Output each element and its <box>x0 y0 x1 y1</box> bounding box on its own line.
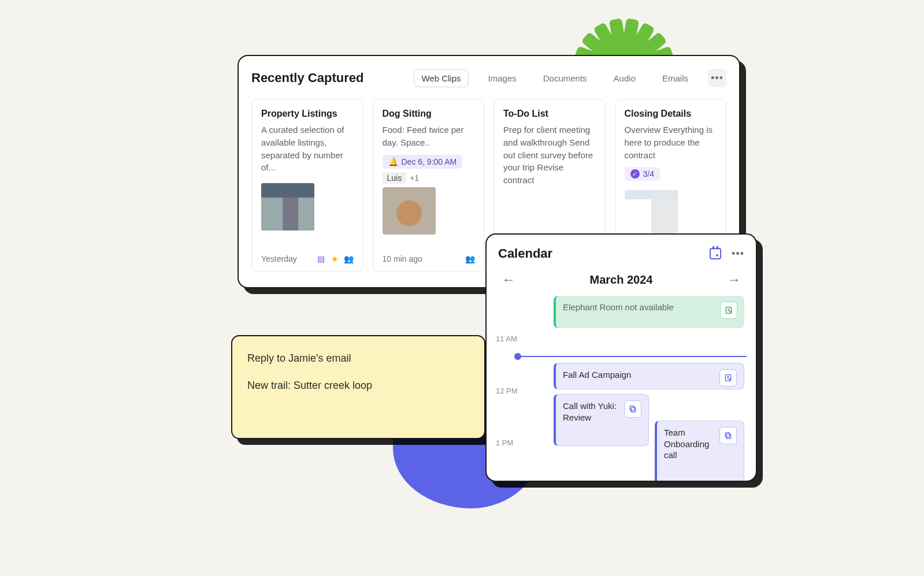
captured-filter-tabs: Web Clips Images Documents Audio Emails … <box>414 69 726 87</box>
tab-emails[interactable]: Emails <box>655 70 695 87</box>
svg-rect-10 <box>631 407 635 412</box>
more-people-count: +1 <box>410 173 419 183</box>
card-title: Property Listings <box>261 109 354 119</box>
card-body: Overview Everything is here to produce t… <box>625 124 717 161</box>
calendar-title: Calendar <box>498 246 552 261</box>
card-timestamp: Yesterday <box>261 254 297 263</box>
calendar-prev-button[interactable]: ← <box>498 269 519 290</box>
card-thumbnail <box>625 190 678 237</box>
time-label-11am: 11 AM <box>496 335 517 343</box>
tab-documents[interactable]: Documents <box>536 70 594 87</box>
calendar-event-team-onboarding[interactable]: Team Onboarding call <box>655 421 744 482</box>
card-body: Food: Feed twice per day. Space.. <box>383 124 475 149</box>
tab-images[interactable]: Images <box>481 70 524 87</box>
calendar-month-label: March 2024 <box>590 273 653 287</box>
calendar-panel: Calendar ••• ← March 2024 → 11 AM 12 PM … <box>485 233 757 482</box>
event-note-icon[interactable] <box>720 302 737 319</box>
card-status-icons: ▤ ★ 👥 <box>317 254 354 263</box>
shared-icon: 👥 <box>465 254 474 263</box>
event-title: Call with Yuki: Review <box>563 400 619 423</box>
sticky-note[interactable]: Reply to Jamie's email New trail: Sutter… <box>231 335 485 439</box>
note-card-property-listings[interactable]: Property Listings A curated selection of… <box>251 99 363 272</box>
more-tabs-button[interactable]: ••• <box>708 69 726 87</box>
person-chip: Luis <box>383 172 407 184</box>
card-title: Closing Details <box>625 109 717 119</box>
sticky-line-2: New trail: Sutter creek loop <box>247 380 469 392</box>
card-status-icons: 👥 <box>465 254 474 263</box>
bell-icon: 🔔 <box>388 157 398 166</box>
check-icon: ✓ <box>630 169 640 179</box>
calendar-date-icon[interactable] <box>710 248 721 259</box>
note-icon: ▤ <box>317 254 326 263</box>
event-title: Fall Ad Campaign <box>563 369 631 381</box>
event-title: Team Onboarding call <box>664 427 715 461</box>
time-label-1pm: 1 PM <box>496 438 513 447</box>
calendar-event-yuki[interactable]: Call with Yuki: Review <box>554 394 649 446</box>
calendar-next-button[interactable]: → <box>723 269 744 290</box>
card-body: A curated selection of available listing… <box>261 124 354 174</box>
time-label-12pm: 12 PM <box>496 387 518 395</box>
card-thumbnail <box>261 183 314 231</box>
note-card-dog-sitting[interactable]: Dog Sitting Food: Feed twice per day. Sp… <box>373 99 485 272</box>
tab-web-clips[interactable]: Web Clips <box>414 69 468 87</box>
svg-rect-11 <box>630 406 634 411</box>
card-thumbnail <box>383 187 436 235</box>
calendar-day-grid: 11 AM 12 PM 1 PM Elephant Room not avail… <box>525 296 744 481</box>
reminder-pill: 🔔 Dec 6, 9:00 AM <box>383 155 463 169</box>
star-icon: ★ <box>331 254 340 263</box>
progress-count: 3/4 <box>643 169 654 179</box>
sticky-line-1: Reply to Jamie's email <box>247 352 469 365</box>
tab-audio[interactable]: Audio <box>607 70 643 87</box>
svg-rect-12 <box>726 434 730 438</box>
event-copy-icon[interactable] <box>719 427 737 444</box>
calendar-event-fall-ad[interactable]: Fall Ad Campaign <box>554 363 744 389</box>
event-title: Elephant Room not available <box>563 302 674 313</box>
card-body: Prep for client meeting and walkthrough … <box>503 124 596 187</box>
calendar-more-button[interactable]: ••• <box>732 248 744 260</box>
recently-captured-title: Recently Captured <box>251 70 363 86</box>
card-title: To-Do List <box>503 109 596 119</box>
card-title: Dog Sitting <box>383 109 475 119</box>
event-note-icon[interactable] <box>719 369 737 387</box>
calendar-event-elephant-room[interactable]: Elephant Room not available <box>554 296 744 328</box>
shared-icon: 👥 <box>344 254 354 263</box>
svg-rect-13 <box>725 433 729 437</box>
progress-pill: ✓ 3/4 <box>625 167 660 181</box>
card-timestamp: 10 min ago <box>383 254 422 263</box>
reminder-time: Dec 6, 9:00 AM <box>402 157 457 166</box>
current-time-indicator <box>518 356 747 357</box>
event-copy-icon[interactable] <box>624 400 641 418</box>
